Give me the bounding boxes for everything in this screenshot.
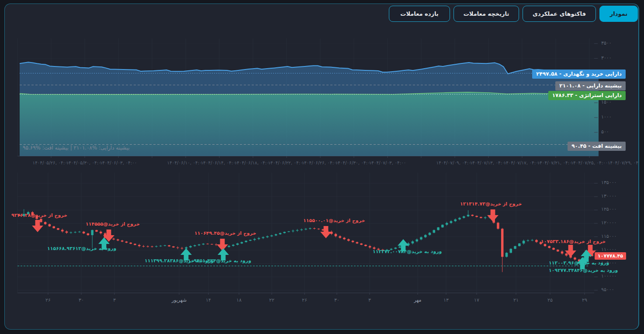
equity-x-tick: ۱۴۰۴/۰۶/۱۴, ۰۴:۰۰	[201, 160, 238, 165]
price-y-tick: ۱۳۰۰۰۰	[601, 193, 616, 199]
equity-y-tick: ۱۰۰۰	[601, 114, 612, 120]
sell-arrow-icon	[565, 245, 576, 257]
price-x-tick: ۳۰	[334, 297, 339, 303]
price-x-tick: ۲۱	[513, 297, 519, 303]
tab-trade-returns[interactable]: بازده معاملات	[389, 6, 450, 22]
buy-arrow-icon	[577, 257, 588, 269]
price-x-tick: ۱۴	[206, 297, 211, 303]
price-y-tick: ۹۵۰۰۰	[601, 287, 614, 292]
max-equity-badge: بیشینه دارایی - ۲۱۰۱.۰۸	[555, 81, 626, 90]
equity-y-tick: ۱۵۰۰	[601, 99, 612, 105]
price-y-tick: ۱۳۵۰۰۰	[601, 180, 616, 185]
sell-annotation: خروج از خرید@۹۲۴۶.۲۸	[11, 212, 67, 218]
equity-y-tick: ۵۰۰	[601, 129, 609, 135]
equity-x-tick: ۱۴۰۴/۰۶/۱۰, ۰۴:۰۰	[167, 160, 204, 165]
price-x-tick: ۲۲	[269, 297, 274, 303]
equity-x-tick: ۱۴۰۴/۰۶/۰۳, ۰۴:۰۰	[100, 160, 137, 165]
sell-arrow-icon	[320, 226, 332, 238]
price-x-tick: ۱۸	[236, 297, 242, 303]
dashboard: نمودار فاکتوهای عملکردی تاریخچه معاملات …	[0, 0, 644, 334]
price-x-tick: ۲۶	[302, 297, 307, 303]
price-x-tick: ۳	[368, 297, 371, 303]
equity-x-tick: ۱۴۰۴/۰۷/۰۹, ۰۴:۰۰	[436, 160, 474, 165]
equity-x-tick: ۱۴۰۴/۰۷/۰۳, ۰۴:۰۰	[369, 160, 406, 165]
equity-x-tick: ۱۴۰۴/۰۶/۱۸, ۰۴:۰۰	[235, 160, 272, 165]
buy-hold-value-badge: دارایی خرید و نگهداری - ۲۴۹۷.۵۸	[532, 70, 626, 79]
price-x-tick: ۳	[113, 297, 116, 303]
equity-y-tick: ۳۵۰۰	[601, 40, 612, 46]
price-x-tick: ۲۶	[45, 297, 51, 303]
price-y-tick: ۱۰۰۰۰۰	[601, 273, 616, 279]
equity-x-tick: ۱۴۰۴/۰۶/۲۶, ۰۴:۰۰	[302, 160, 339, 165]
sell-annotation: خروج از خرید@۱۱۵۵۰۰.۰۱	[303, 218, 365, 223]
price-x-tick: ۲۵	[547, 297, 553, 303]
strategy-value-badge: دارایی استراتژی - ۱۷۸۶.۳۳	[548, 91, 626, 100]
tab-performance-factors[interactable]: فاکتوهای عملکردی	[523, 6, 596, 22]
sell-annotation: خروج از خرید@۱۱۰۶۴۹.۴۵	[194, 230, 256, 236]
sell-annotation: خروج از خرید@۱۱۴۵۵۵	[86, 221, 140, 227]
buy-arrow-icon	[218, 248, 229, 261]
buy-arrow-icon	[398, 239, 409, 251]
tab-trade-history[interactable]: تاریخچه معاملات	[454, 6, 519, 22]
price-x-tick-month: مهر	[414, 297, 421, 303]
tab-bar: نمودار فاکتوهای عملکردی تاریخچه معاملات …	[389, 6, 638, 22]
sell-annotation: خروج از خرید@۱۰۷۵۳۳.۱۸۶	[541, 239, 606, 244]
equity-x-tick: ۱۴۰۴/۰۷/۲۱, ۰۴:۰۰	[537, 160, 575, 165]
equity-x-tick: ۱۴۰۴/۰۷/۱۳, ۰۴:۰۰	[470, 160, 507, 165]
price-x-tick: ۲۹	[582, 297, 587, 303]
equity-x-tick: ۱۴۰۴/۰۷/۱۷, ۰۴:۰۰	[504, 160, 541, 165]
equity-x-tick: ۱۴۰۴/۰۶/۲۲, ۰۴:۰۰	[268, 160, 305, 165]
price-x-tick: ۱۳	[443, 297, 449, 303]
price-y-tick: ۱۲۰۰۰۰	[601, 220, 616, 226]
charts-canvas[interactable]	[0, 0, 644, 334]
equity-summary-text: بیشینه دارایی: %۲۱۰۱.۰۸ | بیشینه افت: %۹…	[23, 145, 130, 151]
equity-x-tick: ۱۴۰۴/۰۶/۳۰, ۰۴:۰۰	[336, 160, 373, 165]
price-y-tick: ۱۱۵۰۰۰	[601, 233, 616, 239]
price-x-tick: ۳۰	[79, 297, 84, 303]
sell-arrow-icon	[32, 220, 43, 232]
max-drawdown-badge: بیشینه افت - ۹۰.۴۵	[568, 142, 626, 151]
current-price-badge: ۱۰۷۷۷۸.۴۵	[595, 252, 626, 260]
tab-chart[interactable]: نمودار	[599, 6, 638, 22]
equity-y-tick: ۳۰۰۰	[601, 55, 612, 61]
sell-arrow-icon	[487, 209, 499, 222]
equity-x-tick: ۱۴۰۴/۰۷/۲۹, ۰۴	[608, 160, 638, 165]
price-y-tick: ۱۲۵۰۰۰	[601, 206, 616, 212]
equity-x-tick: ۱۴۰۴/۰۵/۲۶, ۰۴:۰۰	[33, 160, 70, 165]
price-x-tick-month: شهریور	[172, 297, 187, 303]
sell-annotation: خروج از خرید@۱۲۱۳۱۴.۷۳	[460, 201, 522, 207]
price-y-tick: ۱۱۰۰۰۰	[601, 247, 616, 252]
price-x-tick: ۱۷	[474, 297, 479, 303]
buy-arrow-icon	[98, 237, 110, 250]
equity-x-tick: ۱۴۰۴/۰۵/۳۰, ۰۴:۰۰	[66, 160, 104, 165]
equity-x-tick: ۱۴۰۴/۰۷/۲۵, ۰۴:۰۰	[571, 160, 608, 165]
